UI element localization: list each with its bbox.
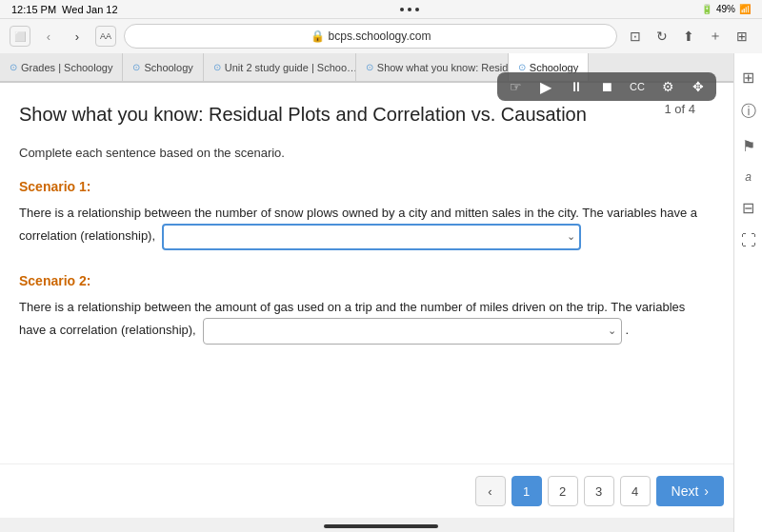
browser-toolbar: ⬜ ‹ › AA 🔒 bcps.schoology.com ⊡ ↻ ⬆ ＋ ⊞	[0, 19, 762, 53]
browser-action-buttons: ⊡ ↻ ⬆ ＋ ⊞	[625, 26, 752, 47]
refresh-button[interactable]: ↻	[652, 26, 672, 47]
status-bar-right: 🔋 49% 📶	[701, 4, 751, 14]
share-button[interactable]: ⬆	[678, 26, 699, 47]
wifi-icon: 📶	[739, 4, 751, 14]
sidebar-icon-flag[interactable]: ⚑	[742, 137, 755, 155]
page-counter: 1 of 4	[664, 102, 695, 116]
back-button[interactable]: ‹	[38, 26, 59, 47]
tab-label-unit2: Unit 2 study guide | Schoo…	[225, 62, 356, 73]
next-arrow-icon: ›	[704, 483, 709, 499]
tab-icon-active: ⊙	[518, 62, 526, 72]
url-display: bcps.schoology.com	[329, 30, 431, 43]
page-button-2[interactable]: 2	[548, 476, 578, 506]
battery-icon: 🔋	[701, 4, 712, 14]
sidebar-icon-table[interactable]: ⊞	[742, 69, 754, 87]
toolbar-caption-button[interactable]: CC	[627, 76, 648, 97]
scenario-1-text: There is a relationship between the numb…	[19, 204, 705, 250]
tabs-button[interactable]: ⊞	[732, 26, 752, 47]
tab-label-schoology1: Schoology	[144, 62, 192, 73]
sidebar-icon-document[interactable]: ⊟	[742, 199, 754, 217]
page-button-3[interactable]: 3	[584, 476, 614, 506]
tab-label-resid: Show what you know: Resid…	[377, 62, 509, 73]
tab-grades-schoology[interactable]: ⊙ Grades | Schoology	[0, 53, 123, 81]
bottom-indicator	[324, 524, 438, 528]
scenario-2-dropdown[interactable]: positive correlation negative correlatio…	[203, 318, 622, 345]
status-bar-left: 12:15 PM Wed Jan 12	[11, 4, 118, 15]
toolbar-cursor-button[interactable]: ☞	[505, 76, 526, 97]
main-content: 1 of 4 Show what you know: Residual Plot…	[0, 83, 733, 463]
forward-button[interactable]: ›	[67, 26, 88, 47]
page-title: Show what you know: Residual Plots and C…	[19, 102, 705, 127]
tab-icon-schoology1: ⊙	[132, 62, 140, 72]
tab-icon-grades: ⊙	[10, 62, 17, 72]
scenario-1-select-container: positive correlation negative correlatio…	[162, 224, 581, 250]
pagination-bar: ‹ 1 2 3 4 Next ›	[0, 463, 762, 518]
address-bar[interactable]: 🔒 bcps.schoology.com	[124, 24, 617, 49]
reader-mode-button[interactable]: ⊡	[625, 26, 646, 47]
toolbar-move-button[interactable]: ✥	[688, 76, 709, 97]
new-tab-button[interactable]: ＋	[705, 26, 726, 47]
page-button-4[interactable]: 4	[620, 476, 651, 506]
tab-label-active: Schoology	[530, 62, 578, 73]
page-button-1[interactable]: 1	[511, 476, 542, 506]
scenario-1-block: Scenario 1: There is a relationship betw…	[19, 179, 705, 250]
time-display: 12:15 PM	[11, 4, 56, 15]
tab-icon-resid: ⊙	[366, 62, 373, 72]
next-button-label: Next	[672, 483, 699, 499]
scenario-2-block: Scenario 2: There is a relationship betw…	[19, 273, 705, 345]
floating-toolbar: ☞ ▶ ⏸ ⏹ CC ⚙ ✥	[497, 72, 716, 101]
next-button[interactable]: Next ›	[656, 476, 724, 506]
toolbar-pause-button[interactable]: ⏸	[566, 76, 587, 97]
toolbar-settings-button[interactable]: ⚙	[657, 76, 678, 97]
sidebar-icon-text[interactable]: a	[745, 170, 752, 184]
scenario-1-label: Scenario 1:	[19, 179, 705, 194]
day-display: Wed Jan 12	[62, 4, 118, 15]
toolbar-play-button[interactable]: ▶	[535, 76, 556, 97]
scenario-1-dropdown[interactable]: positive correlation negative correlatio…	[162, 224, 581, 250]
scenario-2-text: There is a relationship between the amou…	[19, 298, 705, 345]
tab-label-grades: Grades | Schoology	[21, 62, 112, 73]
scenario-2-select-container: positive correlation negative correlatio…	[203, 318, 622, 345]
sidebar-icon-info[interactable]: ⓘ	[741, 102, 756, 122]
tab-show-what-resid[interactable]: ⊙ Show what you know: Resid…	[356, 53, 509, 81]
battery-percent: 49%	[716, 4, 735, 14]
tab-icon-unit2: ⊙	[213, 62, 221, 72]
lock-icon: 🔒	[311, 30, 325, 43]
prev-page-button[interactable]: ‹	[475, 476, 506, 506]
tab-unit2-study[interactable]: ⊙ Unit 2 study guide | Schoo…	[204, 53, 356, 81]
tab-schoology-1[interactable]: ⊙ Schoology	[123, 53, 203, 81]
instructions-text: Complete each sentence based on the scen…	[19, 146, 705, 160]
status-bar-dots	[400, 8, 419, 11]
scenario-2-label: Scenario 2:	[19, 273, 705, 288]
right-sidebar: ⊞ ⓘ ⚑ a ⊟ ⛶	[733, 53, 762, 532]
status-bar: 12:15 PM Wed Jan 12 🔋 49% 📶	[0, 0, 762, 19]
sidebar-toggle-button[interactable]: ⬜	[10, 26, 30, 47]
text-size-button[interactable]: AA	[95, 26, 116, 47]
sidebar-icon-expand[interactable]: ⛶	[741, 232, 756, 249]
toolbar-stop-button[interactable]: ⏹	[596, 76, 617, 97]
